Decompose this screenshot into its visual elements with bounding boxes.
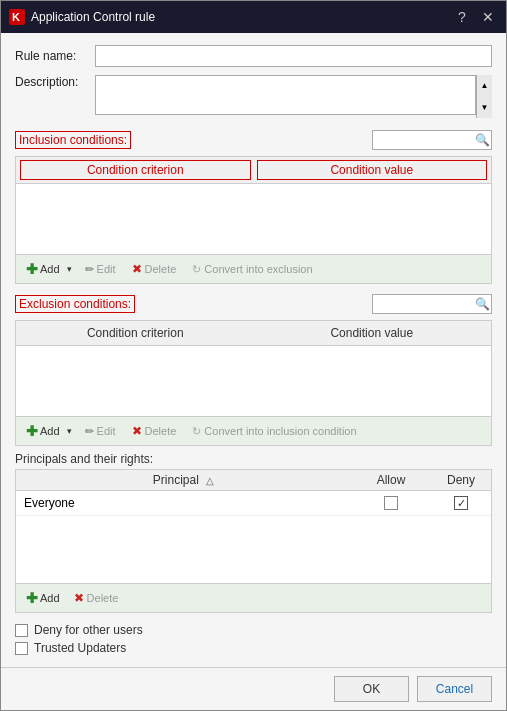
exclusion-conditions-header-row: Condition criterion Condition value bbox=[16, 321, 491, 346]
exclusion-search-box-wrapper: 🔍 bbox=[372, 294, 492, 314]
inclusion-delete-icon: ✖ bbox=[132, 262, 142, 276]
principal-name-value: Everyone bbox=[24, 496, 75, 510]
ok-button[interactable]: OK bbox=[334, 676, 409, 702]
exclusion-edit-button[interactable]: ✏ Edit bbox=[79, 423, 122, 440]
rule-name-input[interactable] bbox=[95, 45, 492, 67]
inclusion-search-wrapper: 🔍 bbox=[137, 130, 492, 150]
inclusion-convert-label: Convert into exclusion bbox=[204, 263, 312, 275]
exclusion-conditions-table: Condition criterion Condition value ✚ Ad… bbox=[15, 320, 492, 446]
trusted-updaters-row: Trusted Updaters bbox=[15, 641, 492, 655]
exclusion-add-plus-icon: ✚ bbox=[26, 423, 38, 439]
inclusion-convert-button[interactable]: ↻ Convert into exclusion bbox=[186, 261, 318, 278]
exclusion-edit-label: Edit bbox=[97, 425, 116, 437]
principal-sort-icon: △ bbox=[206, 475, 214, 486]
exclusion-delete-icon: ✖ bbox=[132, 424, 142, 438]
inclusion-delete-label: Delete bbox=[145, 263, 177, 275]
exclusion-search-wrapper: 🔍 bbox=[141, 294, 492, 314]
deny-checkbox[interactable]: ✓ bbox=[454, 496, 468, 510]
deny-other-users-label: Deny for other users bbox=[34, 623, 143, 637]
inclusion-add-group: ✚ Add ▾ bbox=[22, 259, 75, 279]
description-scrollbar: ▲ ▼ bbox=[476, 75, 492, 118]
exclusion-conditions-toolbar: ✚ Add ▾ ✏ Edit ✖ Delete ↻ Convert into i… bbox=[16, 416, 491, 445]
deny-other-users-checkbox[interactable] bbox=[15, 624, 28, 637]
exclusion-convert-label: Convert into inclusion condition bbox=[204, 425, 356, 437]
principals-add-group: ✚ Add bbox=[22, 588, 64, 608]
rule-name-row: Rule name: bbox=[15, 45, 492, 67]
exclusion-add-group: ✚ Add ▾ bbox=[22, 421, 75, 441]
inclusion-add-label: Add bbox=[40, 263, 60, 275]
inclusion-add-button[interactable]: ✚ Add bbox=[22, 259, 64, 279]
dialog-body: Rule name: Description: ▲ ▼ Inclusion co… bbox=[1, 33, 506, 667]
dialog-footer: OK Cancel bbox=[1, 667, 506, 710]
deny-checkbox-cell: ✓ bbox=[431, 496, 491, 510]
principals-delete-button[interactable]: ✖ Delete bbox=[68, 589, 125, 607]
title-bar: K Application Control rule ? ✕ bbox=[1, 1, 506, 33]
inclusion-convert-icon: ↻ bbox=[192, 263, 201, 276]
inclusion-search-box-wrapper: 🔍 bbox=[372, 130, 492, 150]
exclusion-search-icon[interactable]: 🔍 bbox=[475, 297, 490, 311]
exclusion-conditions-header: Exclusion conditions: 🔍 bbox=[15, 294, 492, 314]
exclusion-add-label: Add bbox=[40, 425, 60, 437]
deny-col-header: Deny bbox=[431, 470, 491, 490]
exclusion-add-dropdown[interactable]: ▾ bbox=[64, 424, 75, 438]
inclusion-conditions-header: Inclusion conditions: 🔍 bbox=[15, 130, 492, 150]
principals-body: Everyone ✓ bbox=[16, 491, 491, 583]
inclusion-conditions-body bbox=[16, 184, 491, 254]
description-wrapper: ▲ ▼ bbox=[95, 75, 492, 118]
exclusion-search-input[interactable] bbox=[372, 294, 492, 314]
exclusion-criterion-header: Condition criterion bbox=[20, 324, 251, 342]
exclusion-value-header: Condition value bbox=[257, 324, 488, 342]
principals-table: Principal △ Allow Deny Everyone bbox=[15, 469, 492, 613]
allow-checkbox[interactable] bbox=[384, 496, 398, 510]
principals-toolbar: ✚ Add ✖ Delete bbox=[16, 583, 491, 612]
inclusion-edit-button[interactable]: ✏ Edit bbox=[79, 261, 122, 278]
inclusion-search-input[interactable] bbox=[372, 130, 492, 150]
description-label: Description: bbox=[15, 75, 87, 89]
trusted-updaters-label: Trusted Updaters bbox=[34, 641, 126, 655]
description-row: Description: ▲ ▼ bbox=[15, 75, 492, 118]
principal-col-header: Principal △ bbox=[16, 470, 351, 490]
exclusion-edit-icon: ✏ bbox=[85, 425, 94, 438]
principals-section: Principals and their rights: Principal △… bbox=[15, 452, 492, 613]
principals-add-plus-icon: ✚ bbox=[26, 590, 38, 606]
help-button[interactable]: ? bbox=[452, 7, 472, 27]
principals-header-row: Principal △ Allow Deny bbox=[16, 470, 491, 491]
exclusion-convert-icon: ↻ bbox=[192, 425, 201, 438]
inclusion-conditions-table: Condition criterion Condition value ✚ Ad… bbox=[15, 156, 492, 284]
principals-section-label: Principals and their rights: bbox=[15, 452, 492, 466]
principals-delete-label: Delete bbox=[87, 592, 119, 604]
table-row: Everyone ✓ bbox=[16, 491, 491, 516]
inclusion-value-header: Condition value bbox=[257, 160, 488, 180]
principals-add-button[interactable]: ✚ Add bbox=[22, 588, 64, 608]
principal-name-cell: Everyone bbox=[16, 494, 351, 512]
principals-add-label: Add bbox=[40, 592, 60, 604]
exclusion-delete-label: Delete bbox=[145, 425, 177, 437]
inclusion-edit-label: Edit bbox=[97, 263, 116, 275]
deny-other-users-row: Deny for other users bbox=[15, 623, 492, 637]
allow-checkbox-cell bbox=[351, 496, 431, 510]
exclusion-add-button[interactable]: ✚ Add bbox=[22, 421, 64, 441]
scroll-down-btn[interactable]: ▼ bbox=[477, 97, 492, 119]
inclusion-search-icon[interactable]: 🔍 bbox=[475, 133, 490, 147]
scroll-up-btn[interactable]: ▲ bbox=[477, 75, 492, 97]
inclusion-add-plus-icon: ✚ bbox=[26, 261, 38, 277]
allow-col-header: Allow bbox=[351, 470, 431, 490]
inclusion-add-dropdown[interactable]: ▾ bbox=[64, 262, 75, 276]
cancel-button[interactable]: Cancel bbox=[417, 676, 492, 702]
exclusion-convert-button[interactable]: ↻ Convert into inclusion condition bbox=[186, 423, 362, 440]
description-input[interactable] bbox=[95, 75, 476, 115]
inclusion-edit-icon: ✏ bbox=[85, 263, 94, 276]
exclusion-conditions-body bbox=[16, 346, 491, 416]
inclusion-delete-button[interactable]: ✖ Delete bbox=[126, 260, 183, 278]
exclusion-delete-button[interactable]: ✖ Delete bbox=[126, 422, 183, 440]
principal-col-label: Principal bbox=[153, 473, 199, 487]
inclusion-conditions-label: Inclusion conditions: bbox=[15, 131, 131, 149]
trusted-updaters-checkbox[interactable] bbox=[15, 642, 28, 655]
exclusion-conditions-label: Exclusion conditions: bbox=[15, 295, 135, 313]
title-bar-text: Application Control rule bbox=[31, 10, 446, 24]
dialog-window: K Application Control rule ? ✕ Rule name… bbox=[0, 0, 507, 711]
close-button[interactable]: ✕ bbox=[478, 7, 498, 27]
svg-text:K: K bbox=[12, 11, 20, 23]
inclusion-criterion-header: Condition criterion bbox=[20, 160, 251, 180]
bottom-checkboxes: Deny for other users Trusted Updaters bbox=[15, 623, 492, 655]
